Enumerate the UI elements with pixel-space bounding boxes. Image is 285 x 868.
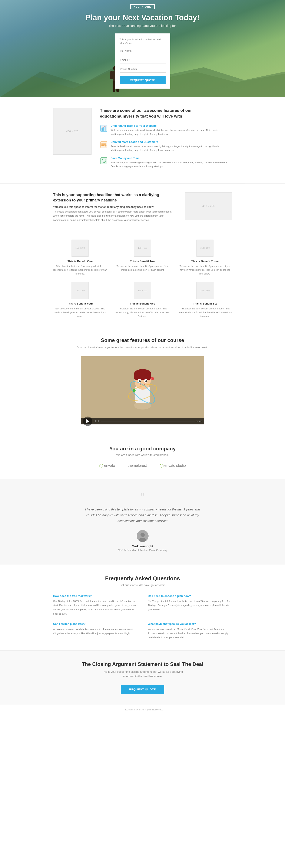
video-character: ! — [121, 363, 164, 418]
logos-row: ⬡ envato themeforest ⬡ envato studio — [8, 463, 277, 468]
hero-title: Plan your Next Vacation Today! — [86, 13, 199, 22]
video-section: Some great features of our course You ca… — [0, 327, 285, 435]
supporting-body: This could be a paragraph about you or y… — [53, 210, 177, 222]
faq-question-3: Can I switch plans later? — [53, 622, 137, 625]
video-progress-bar[interactable] — [101, 421, 195, 422]
fullname-input[interactable] — [120, 48, 166, 54]
benefit-icon-5: 150 x 100 — [134, 282, 151, 299]
benefit-title-2: This is Benefit Two — [116, 259, 169, 263]
video-subtext: You can insert vimeo or youtube video he… — [8, 345, 277, 350]
features-title: These are some of our awesome features o… — [100, 108, 232, 119]
testimonial-name: Mark Wainright — [8, 545, 277, 548]
faq-item-2: Do I need to choose a plan now? No. You … — [148, 594, 232, 616]
email-input[interactable] — [120, 57, 166, 63]
benefit-item-4: 150 x 100 This is Benefit Four Talk abou… — [53, 282, 107, 318]
supporting-headline: This is your supporting headline that wo… — [53, 192, 177, 203]
faq-subtext: Got questions? We have got answers — [53, 584, 232, 587]
svg-rect-13 — [101, 143, 106, 144]
leads-icon — [100, 141, 108, 148]
envato-studio-icon: ⬡ — [160, 463, 164, 468]
envato-icon: ⬡ — [99, 463, 103, 468]
svg-point-39 — [140, 533, 145, 537]
benefit-body-3: Talk about the third benefit of your pro… — [178, 265, 232, 276]
request-quote-button[interactable]: Request Quote — [120, 76, 166, 84]
video-container: ! 00:00 vimeo — [81, 356, 204, 425]
company-section: You are in a good company We are funded … — [0, 435, 285, 479]
benefits-section: 150 x 100 This is Benefit One Talk about… — [40, 231, 245, 327]
video-controls-bar: 00:00 vimeo — [81, 418, 204, 425]
quote-mark: " — [8, 492, 277, 502]
benefit-item-1: 150 x 100 This is Benefit One Talk about… — [53, 240, 107, 276]
benefit-item-3: 150 x 100 This is Benefit Three Talk abo… — [178, 240, 232, 276]
benefit-title-1: This is Benefit One — [53, 259, 107, 263]
benefit-body-4: Talk about the ourth benefit of your pro… — [53, 307, 107, 318]
faq-grid: How does the free trial work? Our 10 day… — [53, 594, 232, 640]
svg-rect-11 — [104, 126, 105, 131]
benefit-title-6: This is Benefit Six — [178, 302, 232, 305]
video-vimeo-label: vimeo — [196, 420, 202, 422]
feature-text-2: Convert More Leads and Customers An opti… — [111, 140, 232, 152]
chart-icon — [100, 125, 108, 132]
benefit-title-3: This is Benefit Three — [178, 259, 232, 263]
testimonial-text: I have been using this template for all … — [83, 506, 202, 524]
video-time: 00:00 — [94, 420, 99, 422]
logo-themeforest: themeforest — [128, 463, 147, 468]
faq-question-2: Do I need to choose a plan now? — [148, 594, 232, 597]
supporting-placeholder-image: 450 x 250 — [185, 192, 232, 220]
faq-item-4: What payment types do you accept? We acc… — [148, 622, 232, 640]
svg-point-35 — [151, 377, 154, 380]
faq-question-4: What payment types do you accept? — [148, 622, 232, 625]
svg-rect-15 — [101, 146, 104, 146]
features-placeholder-image: 400 x 420 — [53, 108, 92, 155]
faq-section: Frequently Asked Questions Got questions… — [40, 564, 245, 650]
hero-form: This is your introduction to the form an… — [115, 33, 170, 89]
supporting-section: This is your supporting headline that wo… — [40, 184, 245, 231]
footer: © 2015 All in One. All Rights Reserved. — [0, 705, 285, 714]
feature-item-3: Save Money and Time Execute on your mark… — [100, 157, 232, 168]
features-section: 400 x 420 These are some of our awesome … — [40, 97, 245, 183]
benefit-item-6: 150 x 100 This is Benefit Six Talk about… — [178, 282, 232, 318]
phone-input[interactable] — [120, 66, 166, 73]
hero-section: ALL IN ONE Plan your Next Vacation Today… — [0, 0, 285, 97]
play-button[interactable] — [83, 416, 92, 426]
testimonial-avatar — [137, 530, 149, 542]
feature-text-3: Save Money and Time Execute on your mark… — [111, 157, 232, 168]
faq-item-3: Can I switch plans later? Absolutely. Yo… — [53, 622, 137, 640]
footer-text: © 2015 All in One. All Rights Reserved. — [122, 708, 163, 711]
faq-answer-3: Absolutely. You can switch between our p… — [53, 627, 137, 636]
benefit-icon-3: 150 x 100 — [196, 240, 214, 257]
supporting-subheading: You can use this space to inform the vis… — [53, 206, 177, 209]
features-list: These are some of our awesome features o… — [100, 108, 232, 173]
benefit-body-2: Talk about the second benefit of your pr… — [116, 265, 169, 272]
faq-question-1: How does the free trial work? — [53, 594, 137, 597]
benefit-title-4: This is Benefit Four — [53, 302, 107, 305]
logo-envato-studio: ⬡ envato studio — [160, 463, 186, 468]
svg-point-32 — [146, 380, 147, 382]
closing-request-quote-button[interactable]: REQUEST QUOTE — [121, 685, 164, 694]
testimonial-role: CEO & Founder of Another Great Company — [8, 549, 277, 552]
hero-subtitle: The best travel landing page you are loo… — [108, 24, 177, 28]
closing-section: The Closing Argument Statement to Seal T… — [0, 650, 285, 705]
hero-badge: ALL IN ONE — [130, 4, 155, 9]
svg-rect-10 — [103, 127, 104, 131]
clock-icon — [100, 157, 108, 165]
benefit-icon-4: 150 x 100 — [71, 282, 89, 299]
svg-rect-9 — [101, 128, 102, 131]
benefit-icon-1: 150 x 100 — [71, 240, 89, 257]
svg-rect-28 — [134, 373, 151, 380]
company-heading: You are in a good company — [8, 446, 277, 452]
benefit-title-5: This is Benefit Five — [116, 302, 169, 305]
faq-answer-1: Our 10 day trial is 100% free and does n… — [53, 599, 137, 616]
benefit-item-5: 150 x 100 This is Benefit Five Talk abou… — [116, 282, 169, 318]
faq-answer-4: We accept payments from MasterCard, Visa… — [148, 627, 232, 640]
svg-point-23 — [103, 160, 104, 161]
benefit-item-2: 150 x 100 This is Benefit Two Talk about… — [116, 240, 169, 276]
benefit-icon-2: 150 x 100 — [134, 240, 151, 257]
benefit-icon-6: 150 x 100 — [196, 282, 214, 299]
testimonial-section: " I have been using this template for al… — [0, 479, 285, 564]
benefits-grid: 150 x 100 This is Benefit One Talk about… — [53, 240, 232, 318]
closing-heading: The Closing Argument Statement to Seal T… — [8, 661, 277, 667]
benefit-body-5: Talk about the fifth benefit of your pro… — [116, 307, 169, 318]
logo-envato: ⬡ envato — [99, 463, 115, 468]
supporting-text: This is your supporting headline that wo… — [53, 192, 177, 222]
